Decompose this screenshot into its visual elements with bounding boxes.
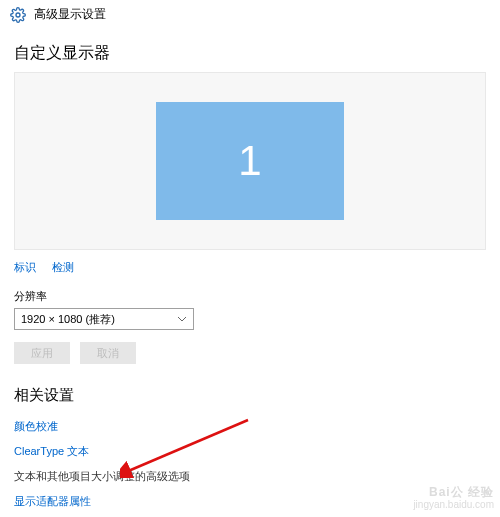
text-sizing-link[interactable]: 文本和其他项目大小调整的高级选项 bbox=[14, 461, 486, 486]
watermark: Bai公 经验 jingyan.baidu.com bbox=[413, 485, 494, 511]
related-settings-title: 相关设置 bbox=[0, 364, 500, 411]
customize-title: 自定义显示器 bbox=[0, 29, 500, 72]
color-calibration-link[interactable]: 颜色校准 bbox=[14, 411, 486, 436]
monitor-tile-1[interactable]: 1 bbox=[156, 102, 344, 220]
cleartype-link[interactable]: ClearType 文本 bbox=[14, 436, 486, 461]
monitor-number: 1 bbox=[238, 137, 261, 185]
window-header: 高级显示设置 bbox=[0, 0, 500, 29]
resolution-value: 1920 × 1080 (推荐) bbox=[21, 312, 115, 327]
apply-button[interactable]: 应用 bbox=[14, 342, 70, 364]
watermark-url: jingyan.baidu.com bbox=[413, 499, 494, 511]
chevron-down-icon bbox=[177, 314, 187, 324]
display-actions: 标识 检测 bbox=[0, 250, 500, 275]
gear-icon bbox=[10, 7, 26, 23]
cancel-button[interactable]: 取消 bbox=[80, 342, 136, 364]
monitor-preview-area[interactable]: 1 bbox=[14, 72, 486, 250]
svg-point-0 bbox=[16, 13, 20, 17]
identify-link[interactable]: 标识 bbox=[14, 260, 36, 275]
resolution-label: 分辨率 bbox=[0, 275, 500, 308]
header-title: 高级显示设置 bbox=[34, 6, 106, 23]
detect-link[interactable]: 检测 bbox=[52, 260, 74, 275]
button-row: 应用 取消 bbox=[0, 330, 500, 364]
watermark-brand: Bai公 经验 bbox=[413, 485, 494, 499]
resolution-select[interactable]: 1920 × 1080 (推荐) bbox=[14, 308, 194, 330]
